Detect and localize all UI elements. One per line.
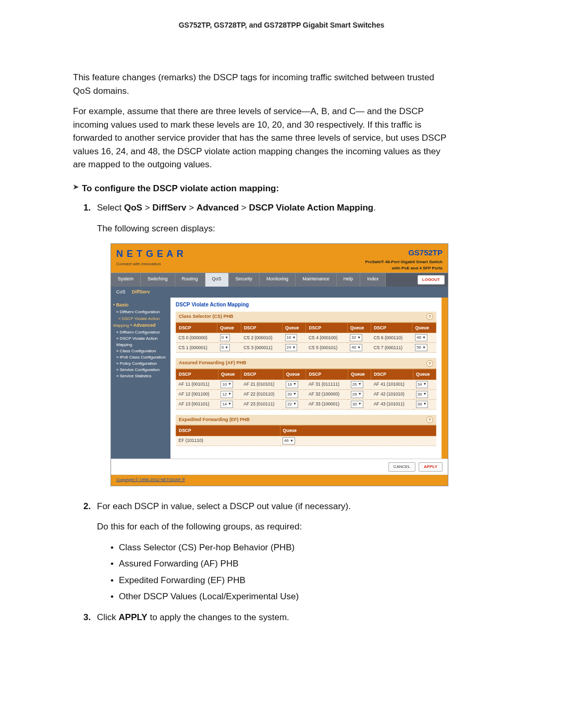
logout-button[interactable]: LOGOUT [418, 275, 445, 285]
queue-select[interactable]: 24▼ [285, 344, 298, 351]
sidebar-adv-dscp-violate[interactable]: » DSCP Violate Action Mapping [113, 336, 168, 348]
step-1-result: The following screen displays: [97, 222, 448, 236]
chevron-down-icon: ▼ [293, 401, 297, 407]
chevron-down-icon: ▼ [357, 345, 361, 351]
product-model: GS752TP [365, 247, 443, 259]
chevron-down-icon: ▼ [422, 345, 426, 351]
tab-qos[interactable]: QoS [205, 273, 229, 287]
tab-monitoring[interactable]: Monitoring [260, 273, 296, 287]
sub-tab-bar: CoS DiffServ [111, 287, 448, 298]
netgear-tagline: Connect with Innovation [116, 261, 184, 267]
queue-select[interactable]: 46▼ [283, 437, 295, 445]
queue-select[interactable]: 40▼ [350, 344, 362, 351]
chevron-down-icon: ▼ [423, 381, 427, 387]
chevron-down-icon: ▼ [228, 391, 231, 397]
help-icon[interactable]: ? [426, 360, 433, 367]
queue-select[interactable]: 22▼ [286, 401, 298, 408]
running-header: GS752TP, GS728TP, and GS728TPP Gigabit S… [0, 21, 563, 29]
queue-select[interactable]: 32▼ [350, 334, 362, 341]
step-1: Select QoS > DiffServ > Advanced > DSCP … [83, 201, 448, 486]
sidebar: • Basic » Diffserv Configuration » DSCP … [111, 298, 170, 459]
ui-screenshot: N E T G E A R Connect with Innovation GS… [111, 243, 448, 486]
bullet-other: Other DSCP Values (Local/Experimental Us… [111, 590, 448, 603]
procedure-heading: To configure the DSCP violate action map… [82, 182, 279, 195]
queue-select[interactable]: 28▼ [351, 391, 363, 398]
tab-system[interactable]: System [111, 273, 141, 287]
table-row: AF 12 (001100)12▼ AF 22 (010110)20▼ AF 3… [176, 389, 436, 399]
intro-paragraph-2: For example, assume that there are three… [73, 105, 448, 171]
subtab-diffserv[interactable]: DiffServ [132, 289, 150, 294]
sidebar-adv-ipv6-class[interactable]: » IPv6 Class Configuration [113, 354, 168, 361]
chevron-down-icon: ▼ [292, 335, 296, 341]
chevron-down-icon: ▼ [225, 345, 228, 351]
sidebar-basic-diffserv[interactable]: » Diffserv Configuration [113, 309, 168, 315]
sidebar-adv-diffserv[interactable]: » Diffserv Configuration [113, 329, 168, 336]
chevron-down-icon: ▼ [358, 391, 362, 397]
queue-select[interactable]: 0▼ [220, 334, 230, 341]
cancel-button[interactable]: CANCEL [388, 462, 415, 472]
chevron-down-icon: ▼ [293, 381, 297, 387]
ef-table: DSCPQueue EF (101110) 46▼ [176, 425, 436, 446]
table-row: EF (101110) 46▼ [176, 436, 436, 446]
copyright-link[interactable]: Copyright © 1996-2012 NETGEAR ® [111, 475, 448, 486]
step-3: Click APPLY to apply the changes to the … [83, 611, 448, 624]
product-subtitle-2: with PoE and 4 SFP Ports [365, 265, 443, 272]
bullet-ef: Expedited Forwarding (EF) PHB [111, 574, 448, 587]
queue-select[interactable]: 20▼ [286, 391, 298, 398]
chevron-down-icon: ▼ [423, 401, 427, 407]
chevron-down-icon: ▼ [228, 401, 231, 407]
queue-select[interactable]: 18▼ [286, 381, 298, 388]
apply-button[interactable]: APPLY [419, 462, 443, 472]
tab-security[interactable]: Security [229, 273, 260, 287]
queue-select[interactable]: 30▼ [351, 401, 363, 408]
table-row: AF 13 (001101)14▼ AF 23 (010111)22▼ AF 3… [176, 399, 436, 409]
tab-routing[interactable]: Routing [175, 273, 205, 287]
queue-select[interactable]: 10▼ [221, 381, 233, 388]
queue-select[interactable]: 16▼ [285, 334, 298, 341]
product-subtitle-1: ProSafe® 48-Port Gigabit Smart Switch [365, 259, 443, 265]
chevron-down-icon: ▼ [290, 438, 293, 444]
procedure-arrow-icon: ➤ [73, 182, 79, 192]
sidebar-adv-policy[interactable]: » Policy Configuration [113, 361, 168, 367]
chevron-down-icon: ▼ [358, 381, 362, 387]
help-icon[interactable]: ? [426, 416, 433, 423]
table-row: AF 11 (001011)10▼ AF 21 (010101)18▼ AF 3… [176, 379, 436, 389]
af-panel-title: Assured Forwarding (AF) PHB [179, 360, 247, 367]
queue-select[interactable]: 38▼ [416, 401, 429, 408]
table-row: CS 1 (000001)8▼ CS 3 (000011)24▼ CS 5 (0… [176, 343, 436, 353]
sidebar-adv-service-stats[interactable]: » Service Statistics [113, 373, 168, 379]
tab-maintenance[interactable]: Maintenance [296, 273, 337, 287]
chevron-down-icon: ▼ [422, 335, 426, 341]
tab-help[interactable]: Help [337, 273, 361, 287]
sidebar-adv-service[interactable]: » Service Configuration [113, 367, 168, 373]
queue-select[interactable]: 26▼ [351, 381, 363, 388]
intro-paragraph-1: This feature changes (remarks) the DSCP … [73, 71, 448, 97]
sidebar-adv-class[interactable]: » Class Configuration [113, 348, 168, 354]
sidebar-advanced[interactable]: • Advanced [130, 323, 155, 328]
help-icon[interactable]: ? [426, 313, 433, 320]
queue-select[interactable]: 48▼ [415, 334, 427, 341]
page-title: DSCP Violate Action Mapping [176, 301, 436, 309]
chevron-down-icon: ▼ [225, 335, 228, 341]
chevron-down-icon: ▼ [423, 391, 427, 397]
queue-select[interactable]: 12▼ [221, 391, 233, 398]
queue-select[interactable]: 36▼ [416, 391, 429, 398]
chevron-down-icon: ▼ [358, 401, 362, 407]
step-2-note: Do this for each of the following groups… [97, 520, 448, 534]
queue-select[interactable]: 56▼ [415, 344, 427, 351]
chevron-down-icon: ▼ [293, 391, 297, 397]
bullet-cs: Class Selector (CS) Per-hop Behavior (PH… [111, 541, 448, 554]
sidebar-basic[interactable]: • Basic [113, 302, 129, 307]
queue-select[interactable]: 14▼ [221, 401, 233, 408]
chevron-down-icon: ▼ [228, 381, 231, 387]
queue-select[interactable]: 8▼ [220, 344, 230, 351]
af-table: DSCPQueue DSCPQueue DSCPQueue DSCPQueue … [176, 369, 436, 410]
main-tab-bar: System Switching Routing QoS Security Mo… [111, 273, 448, 287]
tab-index[interactable]: Index [360, 273, 386, 287]
subtab-cos[interactable]: CoS [116, 289, 126, 294]
cs-panel-title: Class Selector (CS) PHB [179, 313, 234, 320]
tab-switching[interactable]: Switching [141, 273, 175, 287]
ef-panel-title: Expedited Forwarding (EF) PHB [179, 416, 250, 424]
queue-select[interactable]: 34▼ [416, 381, 429, 388]
chevron-down-icon: ▼ [292, 345, 296, 351]
